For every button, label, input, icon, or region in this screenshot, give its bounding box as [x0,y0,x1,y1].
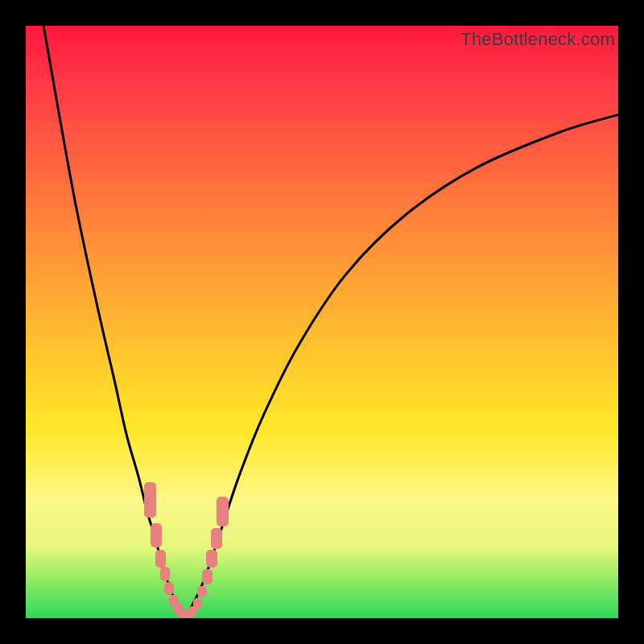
plot-area [26,26,618,618]
data-marker [206,550,217,568]
curves-svg [26,26,618,618]
right-branch-curve [186,114,618,618]
data-marker [197,586,207,598]
data-marker [202,569,213,584]
chart-frame: TheBottleneck.com [0,0,644,644]
data-marker [217,497,229,526]
data-marker [164,582,174,595]
data-marker [151,523,161,547]
data-marker [193,598,203,609]
left-branch-curve [43,26,186,618]
data-marker [144,482,156,518]
data-marker [211,528,221,549]
data-marker [160,567,170,581]
data-marker [155,550,166,568]
